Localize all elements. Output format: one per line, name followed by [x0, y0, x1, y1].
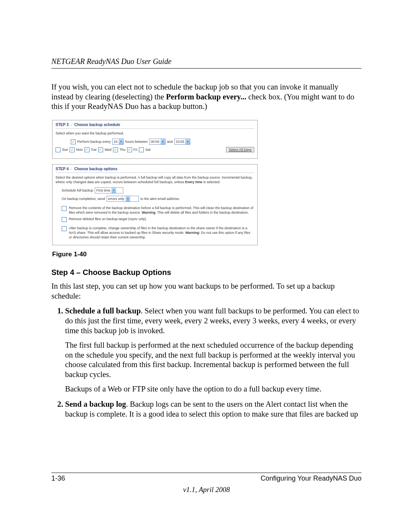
section-lead: In this last step, you can set up how yo… — [51, 281, 362, 301]
step3-instruction: Select when you want the backup performe… — [56, 131, 254, 136]
start-time-value: 00:05 — [151, 140, 159, 144]
intro-bold: Perform backup every... — [166, 93, 246, 101]
day-sun-label: Sun — [62, 148, 68, 152]
completion-label-2: to the alert email address. — [140, 197, 180, 201]
document-page: NETGEAR ReadyNAS Duo User Guide If you w… — [0, 0, 411, 532]
start-time-select[interactable]: 00:05▾ — [149, 139, 166, 145]
figure-wrapper: STEP 3 - Choose backup schedule Select w… — [52, 120, 362, 245]
step4-panel: STEP 4 - Choose backup options Select th… — [52, 164, 258, 245]
step4-instruct-bold: Every time — [185, 180, 202, 184]
page-footer: 1-36 Configuring Your ReadyNAS Duo v1.1,… — [51, 473, 362, 494]
option3-bold: Warning: — [185, 231, 200, 235]
day-sat-check[interactable]: ✓ — [139, 147, 144, 152]
figure-panel: STEP 3 - Choose backup schedule Select w… — [52, 120, 258, 245]
intro-paragraph: If you wish, you can elect not to schedu… — [51, 82, 362, 112]
end-time-select[interactable]: 23:05▾ — [174, 139, 191, 145]
footer-version: v1.1, April 2008 — [51, 486, 362, 494]
option2-checkbox[interactable]: ✓ — [62, 217, 67, 222]
schedule-full-label: Schedule full backup — [62, 189, 93, 192]
option2-text: Remove deleted files on backup target (r… — [69, 217, 147, 222]
page-header-title: NETGEAR ReadyNAS Duo User Guide — [51, 57, 362, 69]
hours-between-label: hours between — [125, 140, 148, 144]
option1-bold: Warning. — [142, 211, 156, 214]
day-wed-check[interactable]: ✓ — [98, 147, 103, 152]
perform-backup-checkbox[interactable]: ✓ — [71, 139, 76, 144]
option3-row: ✓ After backup is complete, change owner… — [62, 226, 254, 240]
step4-instruction: Select the desired options when backup i… — [56, 175, 254, 184]
day-sun-check[interactable]: ✓ — [56, 147, 61, 152]
option1-text: Remove the contents of the backup destin… — [69, 206, 254, 215]
footer-page-number: 1-36 — [51, 474, 65, 482]
chevron-down-icon: ▾ — [161, 139, 165, 144]
completion-row: On backup completion, send errors only▾ … — [62, 196, 254, 202]
chevron-down-icon: ▾ — [126, 196, 130, 201]
end-time-value: 23:05 — [176, 140, 185, 144]
option1-p2: This will delete all files and folders i… — [156, 211, 249, 214]
step4-title-rest: Choose backup options — [74, 167, 117, 171]
select-all-days-button[interactable]: Select All Days — [226, 147, 254, 152]
list-item-2-head: Send a backup log — [65, 400, 126, 408]
option1-row: ✓ Remove the contents of the backup dest… — [62, 206, 254, 215]
list-item-1-extra-1: The first full backup is performed at th… — [65, 340, 362, 380]
completion-label-1: On backup completion, send — [62, 197, 105, 201]
schedule-full-row: Schedule full backup First time▾ — [62, 187, 254, 193]
option2-row: ✓ Remove deleted files on backup target … — [62, 217, 254, 222]
list-item-1-head: Schedule a full backup — [65, 307, 141, 315]
day-sat-label: Sat — [145, 148, 151, 152]
step3-title-prefix: STEP 3 — [56, 123, 68, 127]
schedule-full-value: First time — [96, 189, 110, 192]
step3-title: STEP 3 - Choose backup schedule — [56, 123, 254, 129]
day-fri-check[interactable]: ✓ — [127, 147, 132, 152]
schedule-full-select[interactable]: First time▾ — [95, 187, 123, 193]
day-tue-label: Tue — [91, 148, 97, 152]
footer-section-title: Configuring Your ReadyNAS Duo — [261, 474, 362, 482]
chevron-down-icon: ▾ — [119, 139, 123, 144]
day-wed-label: Wed — [105, 148, 112, 152]
section-heading: Step 4 – Choose Backup Options — [51, 268, 362, 277]
day-mon-check[interactable]: ✓ — [70, 147, 75, 152]
list-item-1: Schedule a full backup. Select when you … — [65, 306, 362, 394]
completion-select[interactable]: errors only▾ — [107, 196, 139, 202]
day-mon-label: Mon — [76, 148, 83, 152]
and-label: and — [167, 140, 173, 144]
day-tue-check[interactable]: ✓ — [84, 147, 89, 152]
list-item-1-extra-2: Backups of a Web or FTP site only have t… — [65, 384, 362, 394]
step3-panel: STEP 3 - Choose backup schedule Select w… — [52, 120, 258, 159]
hours-select-value: 24 — [114, 140, 118, 144]
days-row: ✓Sun ✓Mon ✓Tue ✓Wed ✓Thu ✓Fri ✓Sat Selec… — [56, 147, 254, 152]
day-thu-check[interactable]: ✓ — [113, 147, 118, 152]
perform-backup-row: ✓ Perform backup every 24▾ hours between… — [71, 139, 254, 145]
option3-checkbox[interactable]: ✓ — [62, 226, 67, 231]
step4-title: STEP 4 - Choose backup options — [56, 167, 254, 173]
step4-indent: Schedule full backup First time▾ On back… — [62, 187, 254, 240]
completion-value: errors only — [108, 197, 124, 201]
list-item-2: Send a backup log. Backup logs can be se… — [65, 399, 362, 419]
hours-select[interactable]: 24▾ — [112, 139, 124, 145]
step3-title-rest: Choose backup schedule — [74, 123, 120, 127]
perform-backup-label: Perform backup every — [77, 140, 111, 144]
step4-instruct-p2: is selected. — [202, 180, 221, 184]
step4-title-prefix: STEP 4 — [56, 167, 68, 171]
day-fri-label: Fri — [134, 148, 138, 152]
option3-text: After backup is complete, change ownersh… — [69, 226, 254, 240]
step4-instruct-p1: Select the desired options when backup i… — [56, 176, 253, 184]
chevron-down-icon: ▾ — [112, 188, 116, 193]
chevron-down-icon: ▾ — [185, 139, 190, 144]
day-thu-label: Thu — [119, 148, 126, 152]
numbered-list: Schedule a full backup. Select when you … — [51, 306, 362, 419]
option1-checkbox[interactable]: ✓ — [62, 206, 67, 211]
figure-caption: Figure 1-40 — [52, 251, 362, 258]
